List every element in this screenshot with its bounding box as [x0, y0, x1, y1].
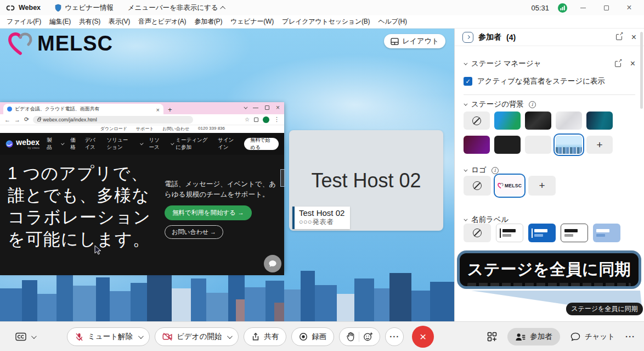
sync-stage-button-magnified[interactable]: ステージを全員に同期 — [457, 250, 641, 289]
name-label-swatch-line-selected[interactable] — [496, 224, 523, 242]
site-signin-link[interactable]: サインイン — [218, 137, 238, 151]
minimize-button[interactable] — [576, 3, 590, 13]
browser-menu-icon[interactable] — [274, 116, 280, 123]
apps-icon[interactable] — [487, 332, 497, 342]
name-label-swatch-none[interactable] — [464, 224, 491, 242]
utility-link-download[interactable]: ダウンロード — [100, 126, 127, 132]
meeting-timer: 05:31 — [531, 4, 549, 12]
panel-popout-button[interactable] — [616, 34, 622, 40]
raise-hand-icon[interactable] — [346, 332, 355, 342]
webinar-info-button[interactable]: ウェビナー情報 — [55, 3, 114, 13]
browser-profile-avatar[interactable] — [263, 116, 269, 123]
none-icon — [473, 181, 482, 190]
bg-swatch-add-button[interactable] — [586, 136, 613, 154]
new-tab-button[interactable] — [168, 104, 172, 114]
browser-chevron-icon[interactable] — [244, 105, 247, 109]
browser-minimize-icon[interactable] — [253, 108, 258, 108]
chevron-down-icon[interactable] — [138, 333, 144, 339]
bg-swatch-black[interactable] — [494, 136, 521, 154]
back-icon[interactable]: ← — [4, 116, 10, 123]
stage-manager-popout-button[interactable] — [615, 61, 621, 67]
menu-item-view[interactable]: 表示(V) — [109, 17, 130, 26]
sync-stage-tooltip: ステージを全員に同期 — [566, 303, 643, 315]
name-label-swatch-outline[interactable] — [561, 224, 588, 242]
bg-swatch-city-selected[interactable] — [556, 136, 582, 154]
panel-expand-button[interactable] — [462, 32, 473, 43]
close-button[interactable] — [622, 3, 636, 13]
logo-swatch-melsc-selected[interactable]: MELSC — [496, 176, 523, 196]
stage-background-section-header[interactable]: ステージの背景 — [455, 98, 644, 110]
site-join-meeting-link[interactable]: ミーティングに参加 — [176, 137, 211, 151]
stage-manager-close-button[interactable] — [630, 59, 635, 69]
logo-section-header[interactable]: ロゴ — [455, 164, 644, 176]
menu-item-edit[interactable]: 編集(E) — [49, 17, 71, 26]
unmute-button[interactable]: ミュート解除 — [67, 327, 150, 346]
bg-swatch-teal-gradient[interactable] — [586, 112, 613, 130]
more-panels-button[interactable] — [625, 332, 635, 342]
info-icon[interactable] — [492, 167, 499, 174]
chevron-down-icon[interactable] — [227, 333, 233, 339]
tab-search-icon[interactable] — [254, 118, 258, 122]
name-label-swatch-light-blue[interactable] — [593, 224, 620, 242]
site-nav-devices[interactable]: デバイス — [84, 137, 99, 151]
titlebar: Webex ウェビナー情報 メニューバーを非表示にする 05:31 — [0, 0, 644, 15]
panel-scrollbar[interactable] — [640, 32, 643, 109]
record-button[interactable]: 録画 — [291, 327, 334, 346]
menu-item-webinar[interactable]: ウェビナー(W) — [230, 17, 274, 26]
utility-link-contact[interactable]: お問い合わせ — [162, 126, 189, 132]
menu-item-file[interactable]: ファイル(F) — [7, 17, 41, 26]
hide-menubar-button[interactable]: メニューバーを非表示にする — [128, 3, 225, 13]
more-options-button[interactable] — [385, 327, 404, 346]
site-utility-bar: ダウンロード サポート お問い合わせ 0120 339 836 — [0, 125, 284, 133]
name-label-swatch-blue[interactable] — [528, 224, 556, 242]
logo-swatch-none[interactable] — [464, 176, 491, 196]
browser-tab[interactable]: ビデオ会議、クラウド電話、画面共有 — [3, 104, 163, 114]
site-hero: 1 つのアプリで、 誰とでも、多様な コラボレーション を可能にします。 電話、… — [0, 155, 284, 275]
reload-icon[interactable]: ⟳ — [24, 116, 29, 123]
tab-close-icon[interactable] — [156, 104, 160, 114]
site-nav-resources[interactable]: リソース — [149, 137, 164, 151]
bg-swatch-none[interactable] — [464, 112, 490, 130]
hero-cta-contact-button[interactable]: お問い合わせ → — [165, 225, 223, 239]
stage-manager-section-header[interactable]: ステージ マネージャ — [455, 57, 644, 70]
forward-icon[interactable]: → — [14, 116, 20, 123]
bg-swatch-dark-wave[interactable] — [525, 112, 551, 130]
browser-close-icon[interactable]: × — [276, 104, 280, 112]
hero-cta-start-free-button[interactable]: 無料で利用を開始する → — [165, 205, 252, 220]
bg-swatch-purple-gradient[interactable] — [464, 136, 490, 154]
bg-swatch-light-wave[interactable] — [556, 112, 582, 130]
bookmark-star-icon[interactable]: ☆ — [245, 116, 250, 122]
maximize-button[interactable] — [599, 3, 613, 13]
menu-item-breakout[interactable]: ブレイクアウトセッション(B) — [282, 17, 370, 26]
chat-button[interactable]: チャット — [570, 332, 615, 342]
leave-meeting-button[interactable] — [412, 326, 434, 348]
connection-quality-icon[interactable] — [558, 3, 567, 13]
chat-widget-button[interactable] — [264, 255, 281, 272]
site-nav-products[interactable]: 製品 — [47, 137, 54, 151]
menu-item-help[interactable]: ヘルプ(H) — [378, 17, 406, 26]
active-speaker-checkbox[interactable] — [464, 77, 472, 86]
start-video-button[interactable]: ビデオの開始 — [155, 327, 239, 346]
share-resize-handle[interactable] — [280, 169, 285, 187]
site-cta-start-free[interactable]: 無料で始める — [244, 138, 279, 150]
reactions-smiley-icon[interactable] — [363, 332, 373, 342]
menu-item-audio-video[interactable]: 音声とビデオ(A) — [138, 17, 186, 26]
logo-swatch-add-button[interactable] — [528, 176, 556, 196]
captions-control[interactable] — [15, 322, 35, 351]
info-icon[interactable] — [529, 101, 536, 108]
bg-swatch-light-gray[interactable] — [525, 136, 551, 154]
menu-item-share[interactable]: 共有(S) — [79, 17, 100, 26]
site-nav-solutions[interactable]: ソリューション — [106, 137, 132, 151]
utility-link-support[interactable]: サポート — [136, 126, 154, 132]
site-nav-pricing[interactable]: 価格 — [70, 137, 77, 151]
site-logo-text[interactable]: webex — [16, 138, 39, 146]
panel-close-button[interactable] — [631, 32, 636, 42]
address-bar[interactable]: webex.com/ja/index.html — [33, 116, 193, 124]
layout-button[interactable]: レイアウト — [384, 34, 445, 48]
menu-item-participants[interactable]: 参加者(P) — [194, 17, 222, 26]
share-button[interactable]: 共有 — [244, 327, 286, 346]
hero-headline: 1 つのアプリで、 誰とでも、多様な コラボレーション を可能にします。 — [8, 163, 151, 250]
participants-button[interactable]: 参加者 — [507, 328, 560, 346]
bg-swatch-blue-green-gradient[interactable] — [494, 112, 521, 130]
browser-maximize-icon[interactable] — [265, 105, 269, 110]
